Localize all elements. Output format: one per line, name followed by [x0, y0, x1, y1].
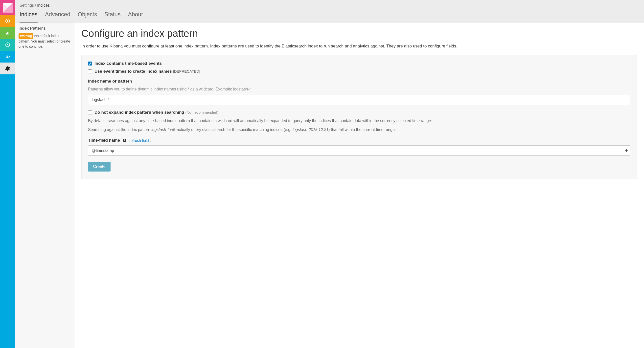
topbar: Settings / Indices Indices Advanced Obje…	[15, 0, 644, 22]
code-icon	[5, 54, 10, 59]
svg-marker-4	[7, 20, 8, 22]
info-icon[interactable]	[122, 138, 127, 143]
no-expand-row: Do not expand index pattern when searchi…	[88, 110, 630, 115]
nav-discover[interactable]	[0, 15, 15, 27]
tab-about[interactable]: About	[128, 10, 143, 22]
no-expand-checkbox[interactable]	[88, 110, 92, 114]
nav-dashboard[interactable]	[0, 39, 15, 51]
tab-objects[interactable]: Objects	[78, 10, 97, 22]
no-expand-desc1: By default, searches against any time-ba…	[88, 118, 630, 124]
warning-block: WarningNo default index pattern. You mus…	[18, 33, 71, 49]
svg-rect-7	[9, 32, 10, 34]
form-panel: Index contains time-based events Use eve…	[81, 55, 637, 179]
index-name-group: Index name or pattern Patterns allow you…	[88, 79, 630, 105]
index-name-input[interactable]	[88, 95, 630, 105]
index-name-hint: Patterns allow you to define dynamic ind…	[88, 86, 630, 92]
refresh-fields-link[interactable]: refresh fields	[129, 138, 150, 143]
time-based-row: Index contains time-based events	[88, 61, 630, 66]
svg-rect-5	[6, 33, 7, 34]
not-recommended-note: (Not recommended)	[185, 110, 218, 114]
time-field-group: Time-field name refresh fields	[88, 138, 630, 156]
desc2-c: ) that fall within the current time rang…	[328, 128, 396, 132]
tab-indices[interactable]: Indices	[20, 10, 38, 22]
content-wrap: Index Patterns WarningNo default index p…	[15, 22, 644, 348]
app-root: Settings / Indices Indices Advanced Obje…	[0, 0, 644, 348]
desc2-b: will actually query elasticsearch for th…	[169, 128, 292, 132]
sub-sidebar: Index Patterns WarningNo default index p…	[15, 22, 74, 348]
event-times-row: Use event times to create index names [D…	[88, 69, 630, 74]
tab-status[interactable]: Status	[104, 10, 120, 22]
breadcrumb-root[interactable]: Settings	[20, 3, 34, 7]
time-based-label[interactable]: Index contains time-based events	[94, 61, 162, 66]
main-column: Settings / Indices Indices Advanced Obje…	[15, 0, 644, 348]
time-field-label-row: Time-field name refresh fields	[88, 138, 630, 143]
gauge-icon	[5, 42, 10, 47]
svg-point-10	[8, 44, 8, 45]
no-expand-group: Do not expand index pattern when searchi…	[88, 110, 630, 133]
breadcrumb-sep: /	[34, 3, 37, 7]
time-based-checkbox[interactable]	[88, 61, 92, 65]
time-field-select[interactable]: @timestamp	[88, 145, 630, 156]
compass-icon	[5, 18, 10, 24]
nav-visualize[interactable]	[0, 27, 15, 39]
tab-advanced[interactable]: Advanced	[45, 10, 70, 22]
desc2-em2: logstash-2015.12.21	[292, 128, 328, 132]
event-times-checkbox[interactable]	[88, 69, 92, 73]
time-field-select-wrap: @timestamp	[88, 145, 630, 156]
nav-settings[interactable]	[0, 62, 15, 74]
info-icon-svg	[123, 138, 126, 142]
no-expand-label[interactable]: Do not expand index pattern when searchi…	[94, 110, 218, 115]
time-field-label: Time-field name	[88, 138, 120, 143]
svg-point-14	[124, 139, 125, 140]
kibana-logo-icon	[2, 2, 14, 13]
desc2-a: Searching against the index pattern	[88, 128, 151, 132]
breadcrumb-current: Indices	[37, 3, 50, 7]
warning-badge: Warning	[18, 33, 34, 39]
event-times-label[interactable]: Use event times to create index names [D…	[94, 69, 200, 74]
deprecated-tag: [DEPRECATED]	[173, 69, 200, 73]
svg-rect-13	[124, 140, 125, 142]
side-nav	[0, 0, 15, 348]
desc2-em1: logstash-*	[151, 128, 169, 132]
svg-rect-6	[8, 32, 8, 34]
index-name-label: Index name or pattern	[88, 79, 630, 84]
create-button[interactable]: Create	[88, 162, 110, 172]
page-intro: In order to use Kibana you must configur…	[81, 43, 637, 49]
breadcrumb: Settings / Indices	[20, 2, 639, 10]
event-times-label-text: Use event times to create index names	[94, 69, 172, 74]
content-area: Configure an index pattern In order to u…	[74, 22, 644, 348]
gear-icon	[5, 66, 10, 71]
bar-chart-icon	[5, 30, 10, 35]
no-expand-label-text: Do not expand index pattern when searchi…	[94, 110, 184, 115]
kibana-logo[interactable]	[0, 0, 15, 15]
svg-line-11	[8, 55, 8, 58]
settings-tabs: Indices Advanced Objects Status About	[20, 10, 639, 22]
sub-sidebar-title: Index Patterns	[18, 25, 71, 33]
nav-devtools[interactable]	[0, 51, 15, 62]
page-title: Configure an index pattern	[81, 28, 637, 39]
no-expand-desc2: Searching against the index pattern logs…	[88, 127, 630, 133]
